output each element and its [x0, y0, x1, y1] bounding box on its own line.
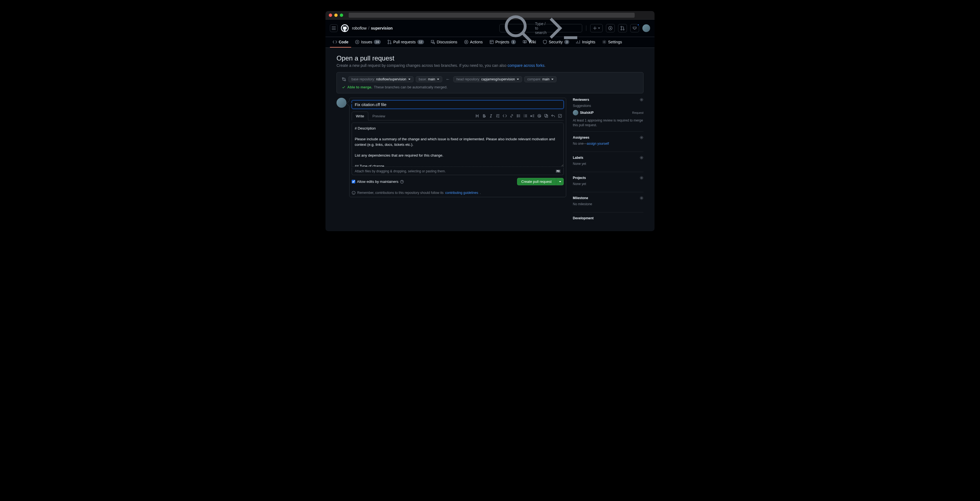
- base-branch-selector[interactable]: base: main: [416, 76, 442, 82]
- svg-point-32: [641, 177, 642, 178]
- tab-settings[interactable]: Settings: [599, 37, 625, 48]
- reply-icon: [551, 114, 555, 118]
- github-logo[interactable]: [341, 24, 348, 32]
- code-button[interactable]: [503, 114, 507, 118]
- gear-icon: [640, 156, 643, 160]
- ordered-list-button[interactable]: 123: [523, 114, 528, 118]
- sidebar-development: Development: [573, 212, 643, 220]
- cross-reference-icon: [544, 114, 548, 118]
- url-bar[interactable]: [348, 13, 635, 18]
- labels-header[interactable]: Labels: [573, 156, 643, 160]
- compare-branch-selector[interactable]: compare: main: [524, 76, 557, 82]
- tab-projects[interactable]: Projects 1: [487, 37, 519, 48]
- reviewers-title: Reviewers: [573, 98, 589, 102]
- markdown-badge[interactable]: MD: [556, 169, 561, 173]
- tab-discussions-label: Discussions: [437, 40, 457, 44]
- reviewers-header[interactable]: Reviewers: [573, 98, 643, 102]
- pull-requests-global-button[interactable]: [618, 24, 627, 32]
- minimize-window-button[interactable]: [334, 14, 337, 17]
- titlebar: [326, 11, 654, 20]
- write-preview-tabs: Write Preview 123: [352, 112, 564, 120]
- merge-status-good: Able to merge.: [347, 85, 372, 89]
- assignees-header[interactable]: Assignees: [573, 136, 643, 139]
- sidebar: Reviewers Suggestions SkalskiP Request A…: [573, 98, 643, 220]
- compare-branch-value: main: [542, 77, 549, 81]
- question-icon[interactable]: [400, 180, 404, 183]
- git-pull-request-icon: [387, 40, 392, 44]
- reply-button[interactable]: [551, 114, 555, 118]
- milestone-header[interactable]: Milestone: [573, 196, 643, 200]
- tab-code[interactable]: Code: [330, 37, 351, 48]
- contributing-guidelines-link[interactable]: contributing guidelines: [445, 191, 478, 195]
- tab-preview[interactable]: Preview: [368, 112, 389, 120]
- svg-point-8: [388, 40, 389, 41]
- search-input[interactable]: Type / to search: [500, 24, 582, 32]
- tab-pull-requests[interactable]: Pull requests 12: [385, 37, 427, 48]
- issues-global-button[interactable]: [606, 24, 615, 32]
- tab-issues[interactable]: Issues 24: [352, 37, 383, 48]
- pr-description-textarea[interactable]: [352, 123, 564, 167]
- heading-button[interactable]: [475, 114, 479, 118]
- global-nav-menu-button[interactable]: [330, 24, 337, 32]
- assign-yourself-link[interactable]: assign yourself: [587, 142, 609, 145]
- allow-edits-checkbox[interactable]: [352, 180, 355, 183]
- author-avatar[interactable]: [337, 98, 347, 108]
- create-new-button[interactable]: [590, 24, 603, 32]
- chevron-down-icon: [551, 79, 554, 80]
- gear-icon: [640, 136, 643, 139]
- link-icon: [510, 114, 514, 118]
- tab-insights[interactable]: Insights: [573, 37, 598, 48]
- tab-write[interactable]: Write: [352, 112, 368, 120]
- tab-security-label: Security: [549, 40, 563, 44]
- list-ordered-icon: 123: [523, 114, 528, 118]
- breadcrumb-repo[interactable]: supervision: [371, 26, 393, 30]
- form-bottom: Allow edits by maintainers Create pull r…: [352, 175, 564, 186]
- compare-row: base repository: roboflow/supervision ba…: [342, 76, 638, 82]
- comment-discussion-icon: [431, 40, 435, 44]
- close-window-button[interactable]: [329, 14, 332, 17]
- assignees-title: Assignees: [573, 136, 589, 139]
- merge-status: Able to merge. These branches can be aut…: [342, 85, 638, 89]
- create-pull-request-dropdown[interactable]: [556, 178, 564, 185]
- unordered-list-button[interactable]: [517, 114, 521, 118]
- create-pull-request-button[interactable]: Create pull request: [517, 178, 556, 185]
- mention-button[interactable]: [537, 114, 541, 118]
- svg-text:3: 3: [524, 116, 525, 118]
- link-button[interactable]: [510, 114, 514, 118]
- bold-button[interactable]: [482, 114, 486, 118]
- slash-command-button[interactable]: [558, 114, 562, 118]
- user-avatar-menu[interactable]: [643, 24, 650, 32]
- cross-reference-button[interactable]: [544, 114, 548, 118]
- projects-none: None yet: [573, 182, 643, 186]
- security-count: 3: [564, 40, 569, 44]
- attach-files-area[interactable]: Attach files by dragging & dropping, sel…: [352, 168, 564, 175]
- task-list-button[interactable]: [530, 114, 535, 118]
- compare-across-forks-link[interactable]: compare across forks: [508, 63, 544, 68]
- projects-header[interactable]: Projects: [573, 176, 643, 180]
- breadcrumb: roboflow / supervision: [352, 26, 393, 30]
- tab-security[interactable]: Security 3: [540, 37, 572, 48]
- git-pull-request-icon: [620, 26, 625, 30]
- page-subtitle-suffix: .: [544, 63, 546, 68]
- request-review-button[interactable]: Request: [632, 111, 643, 114]
- base-repo-selector[interactable]: base repository: roboflow/supervision: [348, 76, 414, 82]
- reviewer-name[interactable]: SkalskiP: [580, 111, 593, 115]
- create-pr-button-group: Create pull request: [517, 178, 564, 185]
- tab-actions[interactable]: Actions: [461, 37, 485, 48]
- italic-button[interactable]: [489, 114, 493, 118]
- head-repo-selector[interactable]: head repository: capjamesg/supervision: [453, 76, 522, 82]
- gear-icon: [640, 98, 643, 102]
- reviewer-avatar[interactable]: [573, 110, 578, 115]
- play-icon: [464, 40, 468, 44]
- breadcrumb-owner[interactable]: roboflow: [352, 26, 367, 30]
- maximize-window-button[interactable]: [340, 14, 343, 17]
- tab-discussions[interactable]: Discussions: [428, 37, 460, 48]
- notifications-button[interactable]: [630, 24, 639, 32]
- chevron-down-icon: [437, 79, 439, 80]
- tab-wiki[interactable]: Wiki: [520, 37, 539, 48]
- issue-opened-icon: [608, 26, 612, 30]
- pr-title-input[interactable]: [352, 100, 564, 109]
- quote-button[interactable]: [496, 114, 500, 118]
- chevron-down-icon: [408, 79, 410, 80]
- table-icon: [490, 40, 494, 44]
